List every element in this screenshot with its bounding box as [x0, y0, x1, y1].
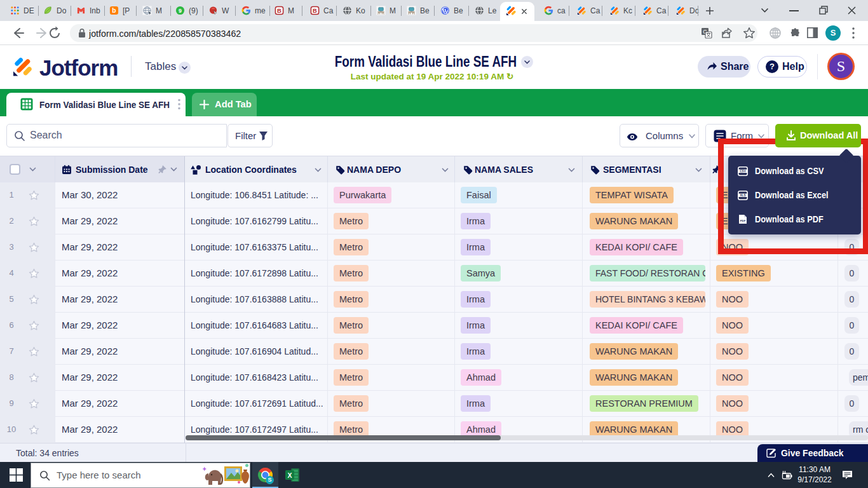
svg-text:B: B	[313, 8, 317, 14]
svg-text:X: X	[287, 471, 292, 479]
svg-text:9: 9	[179, 8, 182, 14]
svg-text:B: B	[277, 8, 281, 14]
svg-text:b: b	[112, 7, 116, 14]
svg-text:PDF: PDF	[740, 219, 746, 222]
svg-text:CSV: CSV	[740, 170, 746, 173]
svg-text:XLS: XLS	[740, 194, 746, 197]
